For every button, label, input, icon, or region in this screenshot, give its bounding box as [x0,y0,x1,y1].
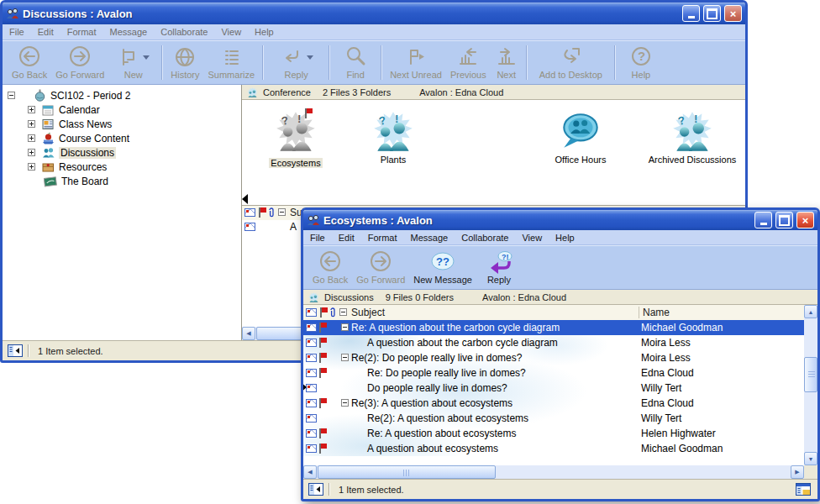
tree-item-label[interactable]: Discussions [59,147,116,159]
tree-item-class-news[interactable]: Class News [3,117,241,131]
menu-help[interactable]: Help [549,230,581,245]
summarize-button[interactable]: Summarize [204,44,260,81]
title-bar[interactable]: Ecosystems : Avalon × [303,210,817,230]
tree-item-the-board[interactable]: The Board [3,174,241,188]
horizontal-scrollbar[interactable]: ◀ ▶ [303,465,804,479]
help-button[interactable]: ? Help [619,44,663,81]
pane-split-handle[interactable] [303,382,307,392]
menu-collaborate[interactable]: Collaborate [455,230,515,245]
dropdown-arrow-icon[interactable] [307,55,313,63]
split-view-icon[interactable] [796,483,811,496]
reply-button[interactable]: ?! Reply [476,249,522,286]
collapse-box-icon[interactable] [341,354,349,361]
menu-edit[interactable]: Edit [31,24,60,39]
tree-item-calendar[interactable]: Calendar [3,102,241,117]
message-row[interactable]: Re(2): A question about ecosystems Willy… [303,411,804,426]
menu-message[interactable]: Message [103,24,155,39]
tree-root[interactable]: SCI102 - Period 2 [3,88,241,102]
conference-item-label[interactable]: Office Hours [555,155,607,165]
minimize-button[interactable] [682,5,700,22]
scroll-up-icon[interactable]: ▲ [804,305,817,318]
menu-message[interactable]: Message [404,230,455,245]
expand-box-icon[interactable] [28,134,35,142]
conference-item-plants[interactable]: ?! Plants [350,112,437,165]
expand-box-icon[interactable] [28,149,35,156]
tree-item-resources[interactable]: Resources [3,160,241,174]
close-button[interactable]: × [724,5,742,22]
collapse-box-icon[interactable] [339,308,347,316]
history-button[interactable]: History [166,44,203,81]
message-row[interactable]: A question about the carbon cycle diagra… [303,335,804,350]
pane-split-handle[interactable] [242,194,248,204]
collapse-box-icon[interactable] [8,92,15,99]
menu-view[interactable]: View [214,24,248,39]
expand-box-icon[interactable] [28,120,35,128]
add-to-desktop-button[interactable]: Add to Desktop [531,44,611,81]
subject-column-header[interactable]: Subject [351,307,385,318]
menu-help[interactable]: Help [248,24,281,39]
collapse-box-icon[interactable] [341,399,349,407]
title-bar[interactable]: Discussions : Avalon × [3,3,745,24]
name-column-header[interactable]: Name [643,307,670,318]
column-divider[interactable] [639,307,639,318]
reply-button[interactable]: Reply [267,44,325,81]
tree-item-label[interactable]: The Board [61,176,108,187]
message-row[interactable]: Re: A question about ecosystems Helen Hi… [303,426,804,441]
maximize-button[interactable] [703,5,721,22]
menu-format[interactable]: Format [60,24,103,39]
tree-item-discussions[interactable]: Discussions [3,145,241,160]
expand-box-icon[interactable] [28,163,35,171]
go-back-button[interactable]: Go Back [308,249,352,286]
message-row[interactable]: A question about ecosystems Michael Good… [303,441,804,456]
close-button[interactable]: × [796,212,814,228]
menu-edit[interactable]: Edit [332,230,361,245]
scroll-left-icon[interactable]: ◀ [242,327,255,340]
menu-view[interactable]: View [515,230,549,245]
message-row[interactable]: Re(3): A question about ecosystems Edna … [303,396,804,411]
tree-item-course-content[interactable]: Course Content [3,131,241,145]
conference-item-label[interactable]: Archived Discussions [649,155,737,165]
go-forward-button[interactable]: Go Forward [51,44,108,81]
collapse-box-icon[interactable] [278,208,286,216]
tree-item-label[interactable]: Calendar [59,104,100,116]
new-button[interactable]: New [108,44,158,81]
find-button[interactable]: Find [334,44,377,81]
scroll-left-icon[interactable]: ◀ [303,465,317,479]
conference-item-ecosystems[interactable]: ?! Ecosystems [254,112,338,168]
go-forward-button[interactable]: Go Forward [352,249,409,286]
menu-format[interactable]: Format [361,230,404,245]
menu-collaborate[interactable]: Collaborate [154,24,214,39]
new-message-button[interactable]: ?? New Message [409,249,476,286]
tree-item-label[interactable]: Class News [59,118,112,130]
dropdown-arrow-icon[interactable] [143,55,150,63]
next-unread-button[interactable]: Next Unread [386,44,446,81]
conference-item-archived-discussions[interactable]: ?! Archived Discussions [640,112,744,165]
message-row[interactable]: Do people really live in domes? Willy Te… [303,381,804,396]
scrollbar-thumb[interactable] [804,357,817,392]
message-row[interactable]: Re(2): Do people really live in domes? M… [303,350,804,365]
collapse-box-icon[interactable] [341,323,349,331]
tree-item-label[interactable]: Resources [59,161,107,173]
tree-root-label[interactable]: SCI102 - Period 2 [50,90,130,102]
scrollbar-thumb[interactable] [318,465,496,479]
next-button[interactable]: Next [491,44,523,81]
collapse-pane-icon[interactable] [308,483,323,496]
conference-item-office-hours[interactable]: Office Hours [534,112,627,165]
expand-box-icon[interactable] [28,106,35,113]
message-row[interactable]: Re: Do people really live in domes? Edna… [303,365,804,381]
conference-item-label[interactable]: Ecosystems [269,158,322,168]
conference-item-label[interactable]: Plants [381,155,407,165]
scroll-right-icon[interactable]: ▶ [791,465,804,479]
collapse-pane-icon[interactable] [8,344,23,357]
vertical-scrollbar[interactable]: ▲ ▼ [804,305,817,465]
previous-button[interactable]: Previous [446,44,491,81]
menu-file[interactable]: File [3,24,31,39]
menu-file[interactable]: File [303,230,332,245]
scroll-down-icon[interactable]: ▼ [804,452,817,465]
tree-item-label[interactable]: Course Content [59,133,129,144]
maximize-button[interactable] [775,212,793,228]
message-row[interactable]: Re: A question about the carbon cycle di… [303,320,804,335]
add-to-desktop-icon [558,45,583,69]
minimize-button[interactable] [754,212,772,228]
go-back-button[interactable]: Go Back [8,44,51,81]
